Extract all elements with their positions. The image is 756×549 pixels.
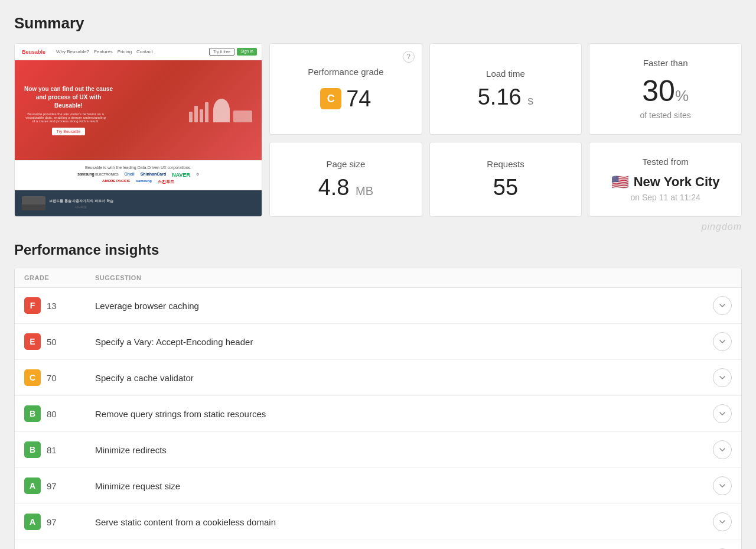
expand-button[interactable] xyxy=(713,368,732,387)
table-row: A 97 Serve static content from a cookiel… xyxy=(15,504,741,540)
page-size-label: Page size xyxy=(326,159,365,169)
faster-than-pct: 30 xyxy=(642,74,675,108)
suggestion-text: Minimize request size xyxy=(95,481,703,491)
page-size-card: Page size 4.8 MB xyxy=(269,142,422,217)
grade-score: 50 xyxy=(47,337,57,347)
grade-letter: A xyxy=(24,514,41,530)
grade-letter: C xyxy=(24,369,41,386)
chevron-down-icon xyxy=(719,482,726,489)
insights-section-title: Performance insights xyxy=(14,242,742,258)
grade-number: 74 xyxy=(346,86,371,112)
tested-from-label: Tested from xyxy=(642,157,688,167)
grade-score: 70 xyxy=(47,373,57,383)
tested-from-city: 🇺🇸 New York City xyxy=(611,174,720,190)
mockup-logo: Beusable xyxy=(19,48,48,56)
faster-than-card: Faster than 30% of tested sites xyxy=(589,43,742,135)
info-icon[interactable]: ? xyxy=(403,51,415,63)
page-title: Summary xyxy=(14,14,742,33)
table-row: F 13 Leverage browser caching xyxy=(15,288,741,324)
col-grade-header: GRADE xyxy=(24,274,95,281)
col-suggestion-header: SUGGESTION xyxy=(95,274,703,281)
grade-letter: B xyxy=(24,405,41,422)
chevron-down-icon xyxy=(719,446,726,453)
chevron-down-icon xyxy=(719,302,726,309)
pingdom-brand: pingdom xyxy=(14,222,742,232)
load-time-label: Load time xyxy=(486,69,525,79)
requests-label: Requests xyxy=(487,159,524,169)
grade-letter: A xyxy=(24,477,41,494)
expand-button[interactable] xyxy=(713,404,732,423)
requests-value: 55 xyxy=(493,175,518,200)
table-row: B 81 Minimize redirects xyxy=(15,432,741,468)
grade-cell: B 81 xyxy=(24,441,95,458)
grade-badge: C xyxy=(320,88,341,109)
table-row: B 80 Remove query strings from static re… xyxy=(15,396,741,432)
grade-cell: A 97 xyxy=(24,514,95,530)
grade-score: 97 xyxy=(47,517,57,527)
faster-than-sub: of tested sites xyxy=(640,111,690,120)
performance-grade-card: ? Performance grade C 74 xyxy=(269,43,422,135)
grade-cell: C 70 xyxy=(24,369,95,386)
grade-cell: E 50 xyxy=(24,333,95,350)
grade-cell: F 13 xyxy=(24,297,95,314)
tested-from-card: Tested from 🇺🇸 New York City on Sep 11 a… xyxy=(589,142,742,217)
screenshot-card: Beusable Why Beusable? Features Pricing … xyxy=(14,43,262,217)
expand-button[interactable] xyxy=(713,296,732,315)
chevron-down-icon xyxy=(719,338,726,345)
grade-score: 13 xyxy=(47,301,57,311)
insights-table: GRADE SUGGESTION F 13 Leverage browser c… xyxy=(14,268,742,549)
chevron-down-icon xyxy=(719,518,726,525)
tested-from-date: on Sep 11 at 11:24 xyxy=(630,193,700,202)
load-time-card: Load time 5.16 s xyxy=(429,43,582,135)
chevron-down-icon xyxy=(719,410,726,417)
grade-cell: B 80 xyxy=(24,405,95,422)
page-size-value: 4.8 MB xyxy=(318,175,373,200)
faster-than-unit: % xyxy=(675,87,689,105)
chevron-down-icon xyxy=(719,374,726,381)
table-row: C 70 Specify a cache validator xyxy=(15,360,741,396)
grade-letter: B xyxy=(24,441,41,458)
grade-letter: E xyxy=(24,333,41,350)
suggestion-text: Minimize redirects xyxy=(95,445,703,455)
requests-card: Requests 55 xyxy=(429,142,582,217)
expand-button[interactable] xyxy=(713,476,732,495)
suggestion-text: Leverage browser caching xyxy=(95,301,703,311)
grade-score: 81 xyxy=(47,445,57,455)
suggestion-text: Remove query strings from static resourc… xyxy=(95,409,703,419)
expand-button[interactable] xyxy=(713,440,732,459)
table-row: A 100 Avoid bad requests xyxy=(15,540,741,549)
flag-icon: 🇺🇸 xyxy=(611,174,629,190)
faster-than-label: Faster than xyxy=(643,58,688,68)
grade-score: 97 xyxy=(47,481,57,491)
performance-grade-label: Performance grade xyxy=(308,67,383,77)
grade-cell: A 97 xyxy=(24,477,95,494)
grade-score: 80 xyxy=(47,409,57,419)
suggestion-text: Specify a Vary: Accept-Encoding header xyxy=(95,337,703,347)
expand-button[interactable] xyxy=(713,332,732,351)
summary-grid: Beusable Why Beusable? Features Pricing … xyxy=(14,43,742,217)
expand-button[interactable] xyxy=(713,512,732,531)
table-row: E 50 Specify a Vary: Accept-Encoding hea… xyxy=(15,324,741,360)
insights-rows: F 13 Leverage browser caching E 50 Speci… xyxy=(15,288,741,549)
grade-letter: F xyxy=(24,297,41,314)
website-screenshot: Beusable Why Beusable? Features Pricing … xyxy=(15,44,262,216)
suggestion-text: Specify a cache validator xyxy=(95,373,703,383)
table-row: A 97 Minimize request size xyxy=(15,468,741,504)
suggestion-text: Serve static content from a cookieless d… xyxy=(95,517,703,527)
table-header: GRADE SUGGESTION xyxy=(15,268,741,288)
load-time-value: 5.16 s xyxy=(478,85,534,110)
